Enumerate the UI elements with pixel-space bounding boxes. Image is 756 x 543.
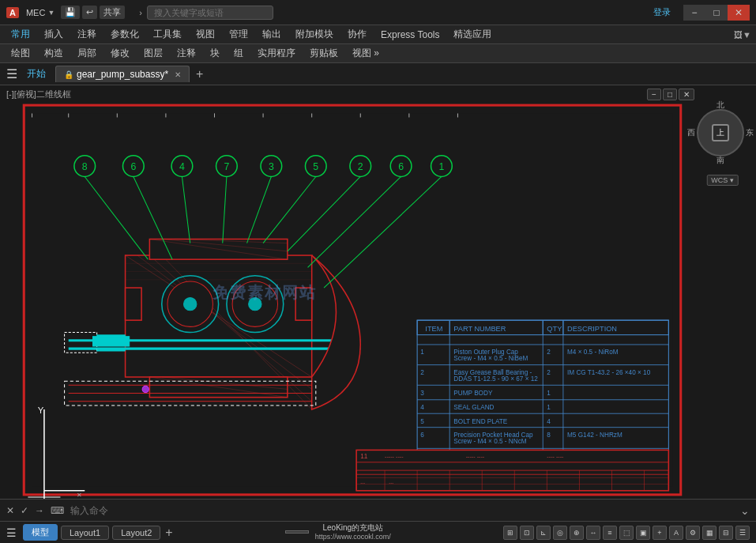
menu-item-shuchu[interactable]: 输出 xyxy=(256,26,288,43)
toolbar-item-kuai[interactable]: 块 xyxy=(204,45,226,62)
save-button[interactable]: 💾 xyxy=(61,6,80,19)
svg-text:5: 5 xyxy=(313,161,318,172)
add-tab-button[interactable]: + xyxy=(196,67,203,81)
wcs-button[interactable]: WCS ▾ xyxy=(706,175,739,186)
workspace-icon[interactable]: ⚙ xyxy=(686,526,700,540)
toolbar-item-jubu[interactable]: 局部 xyxy=(71,45,103,62)
polar-icon[interactable]: ◎ xyxy=(553,526,567,540)
svg-rect-40 xyxy=(97,349,126,351)
svg-text:ITEM: ITEM xyxy=(425,325,442,333)
anno-scale-icon[interactable]: A xyxy=(669,526,683,540)
layout2-tab-button[interactable]: Layout2 xyxy=(112,526,160,540)
menu-item-fujia[interactable]: 附加模块 xyxy=(289,26,340,43)
menu-item-jingxuan[interactable]: 精选应用 xyxy=(447,26,498,43)
command-input[interactable] xyxy=(70,505,734,516)
viewport-icon[interactable]: ⊟ xyxy=(719,526,733,540)
undo-button[interactable]: ↩ xyxy=(82,6,97,19)
svg-text:----- ----: ----- ---- xyxy=(385,454,404,460)
svg-rect-39 xyxy=(97,335,126,337)
menu-item-gongjuji[interactable]: 工具集 xyxy=(147,26,188,43)
viewport-minimize-btn[interactable]: − xyxy=(647,89,661,100)
toolbar-item-zhushi[interactable]: 注释 xyxy=(171,45,202,62)
cmd-arrow-icon[interactable]: → xyxy=(35,505,44,516)
lweight-icon[interactable]: ≡ xyxy=(603,526,617,540)
svg-text:DESCRIPTION: DESCRIPTION xyxy=(567,325,617,333)
settings-icon[interactable]: ☰ xyxy=(735,526,750,540)
model-tab-button[interactable]: 模型 xyxy=(23,524,58,541)
toolbar-item-shitu2[interactable]: 视图 » xyxy=(346,45,386,62)
command-line: ✕ ✓ → ⌨ ⌄ xyxy=(0,499,756,521)
menu-item-express-tools[interactable]: Express Tools xyxy=(374,28,446,42)
toolbar: 绘图 构造 局部 修改 图层 注释 块 组 实用程序 剪贴板 视图 » xyxy=(0,44,756,63)
toolbar-item-xiugai[interactable]: 修改 xyxy=(104,45,136,62)
close-button[interactable]: ✕ xyxy=(728,5,750,21)
svg-text:---- ----: ---- ---- xyxy=(547,454,564,460)
cad-drawing: 8 6 4 7 3 5 2 6 xyxy=(8,101,697,499)
app-logo: A MEC ▼ xyxy=(6,7,55,18)
site-name: LeoKing的充电站 xyxy=(322,523,383,533)
start-tab-button[interactable]: 开始 xyxy=(27,67,46,81)
scroll-down-icon[interactable]: ⌄ xyxy=(740,504,750,517)
menu-photo-icon: 🖼▼ xyxy=(734,30,751,40)
menu-item-zhushi[interactable]: 注释 xyxy=(71,26,103,43)
layout1-tab-button[interactable]: Layout1 xyxy=(61,526,109,540)
viewport-restore-btn[interactable]: □ xyxy=(663,89,677,100)
toolbar-item-zu[interactable]: 组 xyxy=(228,45,250,62)
menu-item-shitu[interactable]: 视图 xyxy=(190,26,221,43)
toolbar-item-shiyong[interactable]: 实用程序 xyxy=(251,45,302,62)
isnap-icon[interactable]: ⊕ xyxy=(570,526,584,540)
menu-item-charu[interactable]: 插入 xyxy=(38,26,70,43)
model-rectangle xyxy=(285,530,309,534)
compass-up-indicator: 上 xyxy=(712,124,729,141)
svg-text:2: 2 xyxy=(547,349,551,356)
svg-rect-29 xyxy=(126,288,142,320)
tab-label: gear_pump_subassy* xyxy=(77,69,168,80)
svg-text:M4 × 0.5 - NiRoM: M4 × 0.5 - NiRoM xyxy=(567,349,619,356)
viewport-close-btn[interactable]: ✕ xyxy=(679,89,694,100)
maximize-button[interactable]: □ xyxy=(705,5,728,21)
search-input[interactable] xyxy=(147,6,273,20)
trans-icon[interactable]: ⬚ xyxy=(619,526,634,540)
ortho-icon[interactable]: ⊾ xyxy=(536,526,551,540)
cmd-cross-icon[interactable]: ✕ xyxy=(6,505,14,516)
layout-icon[interactable]: ▦ xyxy=(702,526,717,540)
svg-text:8: 8 xyxy=(82,161,88,172)
compass-south: 南 xyxy=(717,155,724,166)
menu-item-changeyong[interactable]: 常用 xyxy=(5,26,36,43)
compass: 北 南 西 东 上 WCS ▾ xyxy=(697,109,748,160)
statusbar-hamburger-icon[interactable]: ☰ xyxy=(6,526,17,539)
lock-icon: 🔒 xyxy=(64,70,73,79)
toolbar-item-tuceng[interactable]: 图层 xyxy=(137,45,169,62)
share-button[interactable]: 共享 xyxy=(100,6,125,19)
minimize-button[interactable]: − xyxy=(683,5,705,21)
menu-item-canshuhua[interactable]: 参数化 xyxy=(104,26,145,43)
dyn-icon[interactable]: ↔ xyxy=(586,526,600,540)
svg-text:1: 1 xyxy=(547,390,551,397)
svg-text:11: 11 xyxy=(360,453,368,460)
statusbar-center: LeoKing的充电站 https://www.cocokl.com/ xyxy=(176,523,500,541)
toolbar-item-huitu[interactable]: 绘图 xyxy=(5,45,36,62)
svg-text:1: 1 xyxy=(420,349,424,356)
main-canvas-area: [-][俯视]二维线框 − □ ✕ 北 南 西 东 上 WCS ▾ xyxy=(0,85,756,499)
menu-item-guanli[interactable]: 管理 xyxy=(223,26,254,43)
add-layout-button[interactable]: + xyxy=(165,526,172,540)
statusbar-icons: ⊞ ⊡ ⊾ ◎ ⊕ ↔ ≡ ⬚ ▣ + A ⚙ ▦ ⊟ ☰ xyxy=(503,526,750,540)
toolbar-item-gouzao[interactable]: 构造 xyxy=(38,45,70,62)
plus-icon[interactable]: + xyxy=(653,526,667,540)
grid-icon[interactable]: ⊞ xyxy=(503,526,517,540)
compass-north: 北 xyxy=(717,100,724,111)
snap-icon[interactable]: ⊡ xyxy=(520,526,534,540)
viewport-controls: − □ ✕ xyxy=(647,89,694,100)
hamburger-menu-icon[interactable]: ☰ xyxy=(6,66,17,81)
cmd-check-icon[interactable]: ✓ xyxy=(21,505,28,516)
svg-text:6: 6 xyxy=(130,161,136,172)
svg-text:4: 4 xyxy=(179,161,185,172)
quick-access-toolbar: 💾 ↩ 共享 xyxy=(61,6,125,19)
toolbar-item-jiantieban[interactable]: 剪贴板 xyxy=(303,45,344,62)
tab-close-icon[interactable]: ✕ xyxy=(175,70,181,79)
sel-icon[interactable]: ▣ xyxy=(636,526,650,540)
signin-label[interactable]: 登录 xyxy=(653,6,671,18)
file-tab[interactable]: 🔒 gear_pump_subassy* ✕ xyxy=(55,66,190,82)
menu-item-xiezuo[interactable]: 协作 xyxy=(341,26,373,43)
svg-text:4: 4 xyxy=(547,418,551,425)
